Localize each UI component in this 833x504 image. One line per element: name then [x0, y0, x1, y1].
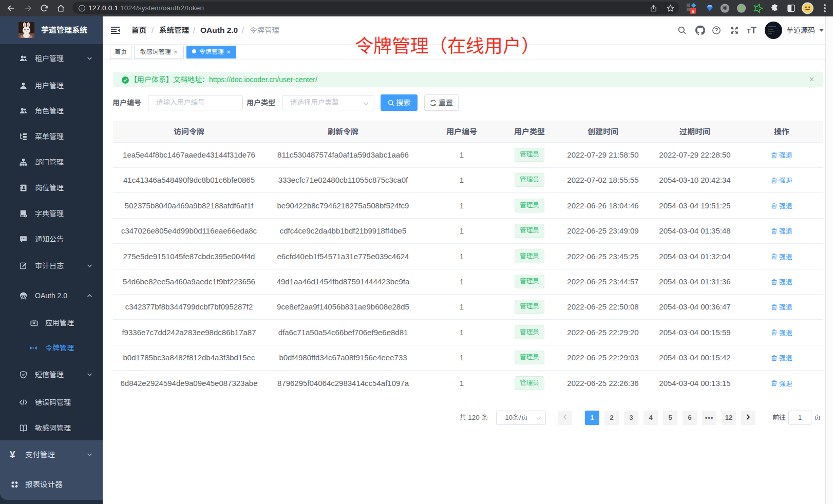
svg-text:⌘: ⌘: [722, 5, 727, 11]
svg-text:9: 9: [692, 9, 694, 14]
